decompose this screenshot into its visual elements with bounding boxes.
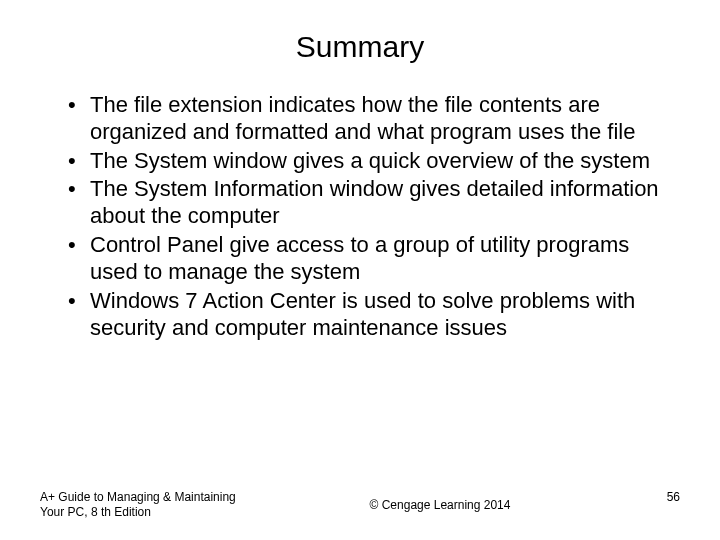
- bullet-item: The System Information window gives deta…: [68, 176, 680, 230]
- footer-book-title: A+ Guide to Managing & Maintaining Your …: [40, 490, 240, 520]
- slide: Summary The file extension indicates how…: [0, 0, 720, 540]
- bullet-item: The System window gives a quick overview…: [68, 148, 680, 175]
- footer-copyright: © Cengage Learning 2014: [240, 490, 640, 512]
- slide-footer: A+ Guide to Managing & Maintaining Your …: [40, 484, 680, 520]
- bullet-list: The file extension indicates how the fil…: [40, 92, 680, 341]
- bullet-item: Windows 7 Action Center is used to solve…: [68, 288, 680, 342]
- footer-page-number: 56: [640, 490, 680, 504]
- bullet-item: The file extension indicates how the fil…: [68, 92, 680, 146]
- slide-content: The file extension indicates how the fil…: [40, 92, 680, 484]
- slide-title: Summary: [40, 30, 680, 64]
- bullet-item: Control Panel give access to a group of …: [68, 232, 680, 286]
